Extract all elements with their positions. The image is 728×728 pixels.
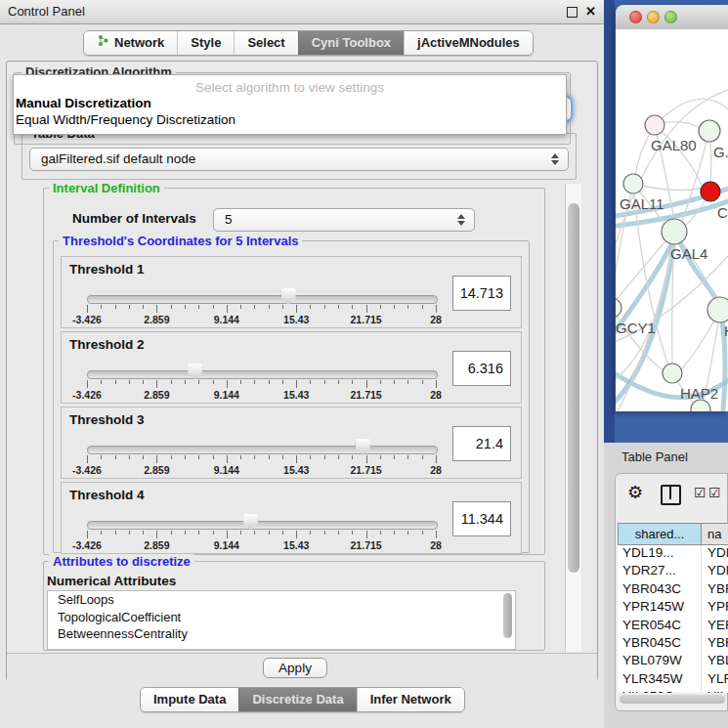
attributes-group-title: Attributes to discretize: [49, 554, 194, 569]
settings-scrollbar-thumb[interactable]: [568, 203, 579, 573]
tick-mark: [366, 305, 367, 313]
table-horizontal-scrollbar[interactable]: [620, 695, 725, 704]
table-row[interactable]: YBR045CYBR0: [618, 635, 728, 653]
threshold-value-field[interactable]: 21.4: [452, 426, 511, 461]
split-columns-icon[interactable]: [661, 485, 681, 505]
tab-label: jActiveMNodules: [417, 31, 520, 55]
table-row[interactable]: YPR145WYPR1: [618, 599, 728, 617]
float-window-icon[interactable]: [567, 7, 578, 18]
tick-mark: [324, 531, 325, 535]
tab-cyni-toolbox[interactable]: Cyni Toolbox: [298, 31, 404, 55]
tab-network[interactable]: Network: [84, 31, 177, 55]
split-divider: [669, 487, 671, 499]
table-data-combobox[interactable]: galFiltered.sif default node: [29, 148, 569, 171]
network-node[interactable]: [662, 219, 687, 244]
tab-jactivemnodules[interactable]: jActiveMNodules: [404, 31, 533, 55]
algorithm-option[interactable]: Equal Width/Frequency Discretization: [16, 112, 236, 127]
threshold-value-field[interactable]: 14.713: [452, 276, 511, 311]
tick-mark: [282, 380, 283, 384]
tab-style[interactable]: Style: [177, 31, 234, 55]
network-node[interactable]: [616, 298, 621, 318]
table-row[interactable]: YDL19...YDL1: [618, 545, 728, 563]
network-node[interactable]: [707, 297, 728, 322]
tick-label: 21.715: [351, 314, 382, 325]
network-node[interactable]: [623, 174, 643, 193]
tab-select[interactable]: Select: [234, 31, 297, 55]
settings-scrollbar-track[interactable]: [565, 184, 581, 652]
cell-name: YBR0: [702, 581, 728, 599]
tick-mark: [338, 455, 339, 459]
network-node-label: C: [717, 204, 728, 221]
slider-track[interactable]: [87, 521, 438, 530]
slider-track[interactable]: [87, 295, 438, 304]
column-header[interactable]: shared...: [618, 523, 702, 545]
table-row[interactable]: YBL079WYBL0: [618, 653, 728, 670]
tick-mark: [185, 305, 186, 309]
table-row[interactable]: YBR043CYBR0: [618, 581, 728, 599]
tick-mark: [366, 455, 367, 463]
attribute-item[interactable]: BetweennessCentrality: [48, 625, 515, 643]
network-node[interactable]: [699, 120, 720, 142]
spinner-up-icon: [457, 214, 465, 219]
tick-mark: [352, 305, 353, 309]
attributes-list-scrollbar[interactable]: [503, 593, 512, 638]
table-row[interactable]: YDR27...YDR2: [618, 563, 728, 580]
tick-mark: [269, 455, 270, 459]
table-data-selected-value: galFiltered.sif default node: [41, 149, 195, 170]
tick-mark: [422, 455, 423, 459]
checkbox-icon[interactable]: ☑: [694, 486, 707, 499]
threshold-value-field[interactable]: 6.316: [452, 351, 511, 386]
close-icon[interactable]: ✕: [585, 0, 596, 22]
tick-mark: [436, 455, 437, 463]
tick-mark: [129, 380, 130, 384]
cell-name: YBL0: [702, 653, 728, 670]
table-row[interactable]: YER054CYER0: [618, 618, 728, 635]
slider-tick-labels: -3.4262.8599.14415.4321.71528: [87, 389, 436, 401]
tick-mark: [87, 531, 88, 538]
tick-mark: [143, 380, 144, 384]
slider-track[interactable]: [87, 370, 438, 379]
tick-mark: [213, 531, 214, 535]
network-node[interactable]: [701, 182, 720, 201]
column-header[interactable]: na: [702, 523, 728, 545]
cell-name: YER0: [702, 618, 728, 635]
tick-mark: [213, 455, 214, 459]
tick-mark: [87, 380, 88, 388]
network-canvas[interactable]: GAL80G.CGAL11GAL4GCY1HHAP2: [616, 29, 728, 411]
slider-track[interactable]: [87, 446, 438, 454]
numerical-attributes-list[interactable]: SelfLoopsTopologicalCoefficientBetweenne…: [47, 590, 516, 650]
checkbox-icon[interactable]: ☑: [708, 486, 721, 499]
network-node[interactable]: [645, 115, 664, 135]
tab-infer-network[interactable]: Infer Network: [357, 688, 464, 711]
tick-mark: [87, 305, 88, 313]
number-of-intervals-combobox[interactable]: 5: [213, 208, 475, 232]
table-panel-title: Table Panel: [621, 450, 688, 464]
attribute-item[interactable]: TopologicalCoefficient: [48, 609, 515, 626]
spinner-down-icon: [457, 221, 465, 226]
minimize-traffic-light-icon[interactable]: [647, 11, 660, 23]
tick-mark: [352, 380, 353, 384]
table-row[interactable]: YIL052CYIL0: [618, 689, 728, 693]
tick-mark: [240, 455, 241, 459]
network-node[interactable]: [663, 364, 682, 383]
threshold-value-field[interactable]: 11.344: [452, 501, 511, 536]
apply-button[interactable]: Apply: [263, 658, 327, 678]
tick-mark: [366, 531, 367, 538]
tab-discretize-data[interactable]: Discretize Data: [238, 688, 356, 711]
tick-mark: [407, 380, 408, 384]
tick-mark: [240, 305, 241, 309]
tick-label: 28: [430, 389, 442, 401]
close-traffic-light-icon[interactable]: [629, 11, 642, 23]
tick-mark: [352, 455, 353, 459]
spinner-up-icon: [551, 153, 559, 158]
algorithm-option[interactable]: Manual Discretization: [16, 96, 151, 110]
tick-mark: [422, 305, 423, 309]
table-row[interactable]: YLR345WYLR3: [618, 671, 728, 689]
tab-label: Impute Data: [153, 688, 226, 711]
gear-icon[interactable]: ⚙: [627, 484, 643, 501]
tick-mark: [380, 455, 381, 459]
tab-impute-data[interactable]: Impute Data: [141, 688, 238, 711]
network-edge[interactable]: [655, 99, 728, 125]
attribute-item[interactable]: SelfLoops: [48, 591, 515, 609]
zoom-traffic-light-icon[interactable]: [664, 11, 677, 23]
